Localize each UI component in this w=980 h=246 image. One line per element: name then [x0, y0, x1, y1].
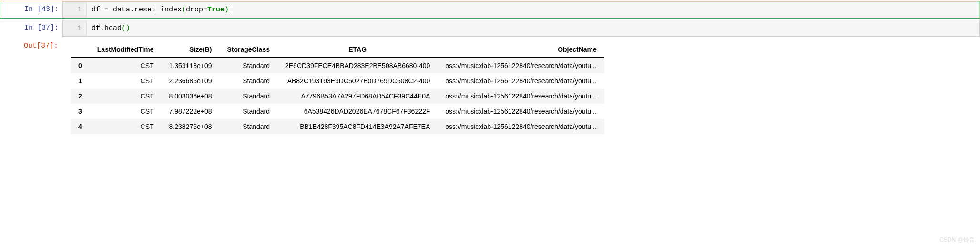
- line-number: 1: [63, 20, 87, 36]
- output-row: Out[37]: LastModifiedTime Size(B) Storag…: [0, 38, 980, 138]
- table-row: 0CST1.353113e+09Standard2E6CD39FECE4BBAD…: [71, 58, 604, 73]
- out-prompt: Out[37]:: [0, 38, 62, 138]
- code-arg: drop=: [186, 6, 207, 14]
- cell-etag: BB1E428F395AC8FD414E3A92A7AFE7EA: [277, 119, 438, 134]
- index-header: [71, 42, 90, 58]
- cell-objectname: oss://musicxlab-1256122840/research/data…: [438, 119, 604, 134]
- col-header: ETAG: [277, 42, 438, 58]
- cell-size: 8.003036e+08: [162, 89, 220, 104]
- cell-size: 7.987222e+08: [162, 104, 220, 119]
- cell-objectname: oss://musicxlab-1256122840/research/data…: [438, 104, 604, 119]
- cell-lastmodified: CST: [90, 89, 162, 104]
- dataframe-table: LastModifiedTime Size(B) StorageClass ET…: [71, 42, 604, 134]
- output-area: LastModifiedTime Size(B) StorageClass ET…: [62, 38, 980, 138]
- cell-storageclass: Standard: [220, 73, 277, 89]
- row-index: 1: [71, 73, 90, 89]
- table-row: 4CST8.238276e+08StandardBB1E428F395AC8FD…: [71, 119, 604, 134]
- code-input-area[interactable]: 1 df = data.reset_index(drop=True): [62, 1, 980, 18]
- col-header: ObjectName: [438, 42, 604, 58]
- row-index: 3: [71, 104, 90, 119]
- code-text: df.head: [92, 24, 122, 32]
- cell-storageclass: Standard: [220, 119, 277, 134]
- cell-objectname: oss://musicxlab-1256122840/research/data…: [438, 58, 604, 73]
- rparen: ): [126, 24, 130, 32]
- in-prompt: In [43]:: [0, 1, 62, 18]
- cell-storageclass: Standard: [220, 58, 277, 73]
- code-input-area[interactable]: 1 df.head(): [62, 20, 980, 37]
- cell-size: 1.353113e+09: [162, 58, 220, 73]
- cursor-icon: [229, 6, 229, 13]
- rparen: ): [225, 6, 229, 14]
- line-number: 1: [63, 2, 87, 18]
- cell-objectname: oss://musicxlab-1256122840/research/data…: [438, 89, 604, 104]
- table-row: 1CST2.236685e+09StandardAB82C193193E9DC5…: [71, 73, 604, 89]
- cell-size: 2.236685e+09: [162, 73, 220, 89]
- lparen: (: [122, 24, 126, 32]
- cell-lastmodified: CST: [90, 104, 162, 119]
- cell-etag: AB82C193193E9DC5027B0D769DC608C2-400: [277, 73, 438, 89]
- cell-lastmodified: CST: [90, 119, 162, 134]
- cell-lastmodified: CST: [90, 58, 162, 73]
- row-index: 2: [71, 89, 90, 104]
- code-cell-37[interactable]: In [37]: 1 df.head(): [0, 20, 980, 37]
- cell-etag: 6A538426DAD2026EA7678CF67F36222F: [277, 104, 438, 119]
- cell-size: 8.238276e+08: [162, 119, 220, 134]
- cell-objectname: oss://musicxlab-1256122840/research/data…: [438, 73, 604, 89]
- row-index: 4: [71, 119, 90, 134]
- code-editor[interactable]: df.head(): [87, 20, 979, 36]
- code-editor[interactable]: df = data.reset_index(drop=True): [87, 2, 979, 18]
- cell-storageclass: Standard: [220, 89, 277, 104]
- cell-lastmodified: CST: [90, 73, 162, 89]
- in-prompt: In [37]:: [0, 20, 62, 37]
- col-header: StorageClass: [220, 42, 277, 58]
- table-header-row: LastModifiedTime Size(B) StorageClass ET…: [71, 42, 604, 58]
- row-index: 0: [71, 58, 90, 73]
- code-cell-43[interactable]: In [43]: 1 df = data.reset_index(drop=Tr…: [0, 1, 980, 19]
- table-row: 2CST8.003036e+08StandardA7796B53A7A297FD…: [71, 89, 604, 104]
- col-header: Size(B): [162, 42, 220, 58]
- cell-etag: A7796B53A7A297FD68AD54CF39C44E0A: [277, 89, 438, 104]
- col-header: LastModifiedTime: [90, 42, 162, 58]
- cell-etag: 2E6CD39FECE4BBAD283E2BE508AB6680-400: [277, 58, 438, 73]
- cell-storageclass: Standard: [220, 104, 277, 119]
- code-text: df = data.reset_index: [92, 6, 182, 14]
- table-row: 3CST7.987222e+08Standard6A538426DAD2026E…: [71, 104, 604, 119]
- code-keyword: True: [207, 6, 225, 14]
- lparen: (: [182, 6, 186, 14]
